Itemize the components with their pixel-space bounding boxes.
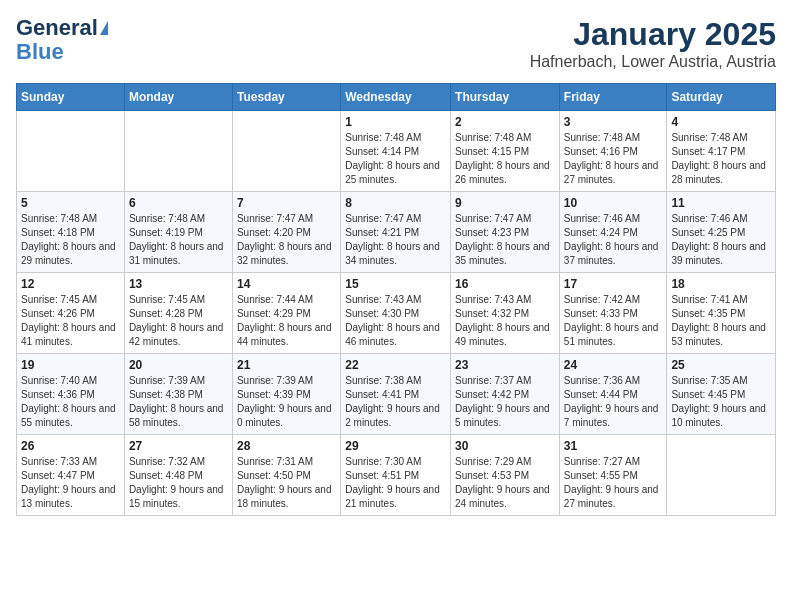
- table-row: [124, 111, 232, 192]
- col-saturday: Saturday: [667, 84, 776, 111]
- table-row: 29Sunrise: 7:30 AM Sunset: 4:51 PM Dayli…: [341, 435, 451, 516]
- table-row: 6Sunrise: 7:48 AM Sunset: 4:19 PM Daylig…: [124, 192, 232, 273]
- table-row: 30Sunrise: 7:29 AM Sunset: 4:53 PM Dayli…: [451, 435, 560, 516]
- day-info: Sunrise: 7:46 AM Sunset: 4:25 PM Dayligh…: [671, 212, 771, 268]
- day-number: 26: [21, 439, 120, 453]
- table-row: 24Sunrise: 7:36 AM Sunset: 4:44 PM Dayli…: [559, 354, 667, 435]
- day-number: 18: [671, 277, 771, 291]
- day-number: 1: [345, 115, 446, 129]
- calendar-table: Sunday Monday Tuesday Wednesday Thursday…: [16, 83, 776, 516]
- day-number: 12: [21, 277, 120, 291]
- table-row: [667, 435, 776, 516]
- table-row: 17Sunrise: 7:42 AM Sunset: 4:33 PM Dayli…: [559, 273, 667, 354]
- calendar-week-3: 12Sunrise: 7:45 AM Sunset: 4:26 PM Dayli…: [17, 273, 776, 354]
- day-info: Sunrise: 7:45 AM Sunset: 4:26 PM Dayligh…: [21, 293, 120, 349]
- day-info: Sunrise: 7:33 AM Sunset: 4:47 PM Dayligh…: [21, 455, 120, 511]
- table-row: [232, 111, 340, 192]
- day-info: Sunrise: 7:48 AM Sunset: 4:16 PM Dayligh…: [564, 131, 663, 187]
- table-row: 1Sunrise: 7:48 AM Sunset: 4:14 PM Daylig…: [341, 111, 451, 192]
- day-info: Sunrise: 7:42 AM Sunset: 4:33 PM Dayligh…: [564, 293, 663, 349]
- day-info: Sunrise: 7:48 AM Sunset: 4:18 PM Dayligh…: [21, 212, 120, 268]
- table-row: 27Sunrise: 7:32 AM Sunset: 4:48 PM Dayli…: [124, 435, 232, 516]
- logo-triangle-icon: [100, 21, 108, 35]
- table-row: 14Sunrise: 7:44 AM Sunset: 4:29 PM Dayli…: [232, 273, 340, 354]
- day-number: 23: [455, 358, 555, 372]
- day-number: 11: [671, 196, 771, 210]
- col-tuesday: Tuesday: [232, 84, 340, 111]
- day-number: 29: [345, 439, 446, 453]
- table-row: [17, 111, 125, 192]
- day-number: 2: [455, 115, 555, 129]
- logo-blue: Blue: [16, 40, 64, 64]
- day-number: 17: [564, 277, 663, 291]
- logo: General Blue: [16, 16, 108, 64]
- table-row: 8Sunrise: 7:47 AM Sunset: 4:21 PM Daylig…: [341, 192, 451, 273]
- calendar-subtitle: Hafnerbach, Lower Austria, Austria: [530, 53, 776, 71]
- day-number: 20: [129, 358, 228, 372]
- day-info: Sunrise: 7:30 AM Sunset: 4:51 PM Dayligh…: [345, 455, 446, 511]
- table-row: 10Sunrise: 7:46 AM Sunset: 4:24 PM Dayli…: [559, 192, 667, 273]
- table-row: 28Sunrise: 7:31 AM Sunset: 4:50 PM Dayli…: [232, 435, 340, 516]
- day-number: 21: [237, 358, 336, 372]
- table-row: 21Sunrise: 7:39 AM Sunset: 4:39 PM Dayli…: [232, 354, 340, 435]
- day-info: Sunrise: 7:43 AM Sunset: 4:30 PM Dayligh…: [345, 293, 446, 349]
- day-info: Sunrise: 7:47 AM Sunset: 4:23 PM Dayligh…: [455, 212, 555, 268]
- table-row: 13Sunrise: 7:45 AM Sunset: 4:28 PM Dayli…: [124, 273, 232, 354]
- day-number: 22: [345, 358, 446, 372]
- day-info: Sunrise: 7:48 AM Sunset: 4:14 PM Dayligh…: [345, 131, 446, 187]
- day-info: Sunrise: 7:46 AM Sunset: 4:24 PM Dayligh…: [564, 212, 663, 268]
- day-info: Sunrise: 7:39 AM Sunset: 4:39 PM Dayligh…: [237, 374, 336, 430]
- day-number: 27: [129, 439, 228, 453]
- day-info: Sunrise: 7:45 AM Sunset: 4:28 PM Dayligh…: [129, 293, 228, 349]
- day-number: 7: [237, 196, 336, 210]
- day-number: 28: [237, 439, 336, 453]
- table-row: 12Sunrise: 7:45 AM Sunset: 4:26 PM Dayli…: [17, 273, 125, 354]
- table-row: 3Sunrise: 7:48 AM Sunset: 4:16 PM Daylig…: [559, 111, 667, 192]
- col-monday: Monday: [124, 84, 232, 111]
- day-info: Sunrise: 7:47 AM Sunset: 4:21 PM Dayligh…: [345, 212, 446, 268]
- day-number: 19: [21, 358, 120, 372]
- day-info: Sunrise: 7:48 AM Sunset: 4:15 PM Dayligh…: [455, 131, 555, 187]
- col-sunday: Sunday: [17, 84, 125, 111]
- table-row: 19Sunrise: 7:40 AM Sunset: 4:36 PM Dayli…: [17, 354, 125, 435]
- day-info: Sunrise: 7:27 AM Sunset: 4:55 PM Dayligh…: [564, 455, 663, 511]
- day-info: Sunrise: 7:36 AM Sunset: 4:44 PM Dayligh…: [564, 374, 663, 430]
- table-row: 7Sunrise: 7:47 AM Sunset: 4:20 PM Daylig…: [232, 192, 340, 273]
- col-friday: Friday: [559, 84, 667, 111]
- day-info: Sunrise: 7:29 AM Sunset: 4:53 PM Dayligh…: [455, 455, 555, 511]
- day-info: Sunrise: 7:41 AM Sunset: 4:35 PM Dayligh…: [671, 293, 771, 349]
- day-number: 25: [671, 358, 771, 372]
- col-thursday: Thursday: [451, 84, 560, 111]
- day-info: Sunrise: 7:48 AM Sunset: 4:17 PM Dayligh…: [671, 131, 771, 187]
- day-info: Sunrise: 7:48 AM Sunset: 4:19 PM Dayligh…: [129, 212, 228, 268]
- table-row: 11Sunrise: 7:46 AM Sunset: 4:25 PM Dayli…: [667, 192, 776, 273]
- calendar-header-row: Sunday Monday Tuesday Wednesday Thursday…: [17, 84, 776, 111]
- table-row: 16Sunrise: 7:43 AM Sunset: 4:32 PM Dayli…: [451, 273, 560, 354]
- calendar-week-4: 19Sunrise: 7:40 AM Sunset: 4:36 PM Dayli…: [17, 354, 776, 435]
- table-row: 18Sunrise: 7:41 AM Sunset: 4:35 PM Dayli…: [667, 273, 776, 354]
- day-number: 9: [455, 196, 555, 210]
- table-row: 31Sunrise: 7:27 AM Sunset: 4:55 PM Dayli…: [559, 435, 667, 516]
- page-header: General Blue January 2025 Hafnerbach, Lo…: [16, 16, 776, 71]
- day-number: 15: [345, 277, 446, 291]
- day-number: 6: [129, 196, 228, 210]
- day-number: 24: [564, 358, 663, 372]
- table-row: 23Sunrise: 7:37 AM Sunset: 4:42 PM Dayli…: [451, 354, 560, 435]
- day-number: 13: [129, 277, 228, 291]
- day-info: Sunrise: 7:39 AM Sunset: 4:38 PM Dayligh…: [129, 374, 228, 430]
- day-info: Sunrise: 7:40 AM Sunset: 4:36 PM Dayligh…: [21, 374, 120, 430]
- day-number: 5: [21, 196, 120, 210]
- day-number: 4: [671, 115, 771, 129]
- day-info: Sunrise: 7:47 AM Sunset: 4:20 PM Dayligh…: [237, 212, 336, 268]
- calendar-week-2: 5Sunrise: 7:48 AM Sunset: 4:18 PM Daylig…: [17, 192, 776, 273]
- table-row: 9Sunrise: 7:47 AM Sunset: 4:23 PM Daylig…: [451, 192, 560, 273]
- table-row: 2Sunrise: 7:48 AM Sunset: 4:15 PM Daylig…: [451, 111, 560, 192]
- day-info: Sunrise: 7:32 AM Sunset: 4:48 PM Dayligh…: [129, 455, 228, 511]
- day-number: 31: [564, 439, 663, 453]
- table-row: 5Sunrise: 7:48 AM Sunset: 4:18 PM Daylig…: [17, 192, 125, 273]
- day-info: Sunrise: 7:37 AM Sunset: 4:42 PM Dayligh…: [455, 374, 555, 430]
- table-row: 25Sunrise: 7:35 AM Sunset: 4:45 PM Dayli…: [667, 354, 776, 435]
- day-number: 14: [237, 277, 336, 291]
- day-number: 3: [564, 115, 663, 129]
- table-row: 22Sunrise: 7:38 AM Sunset: 4:41 PM Dayli…: [341, 354, 451, 435]
